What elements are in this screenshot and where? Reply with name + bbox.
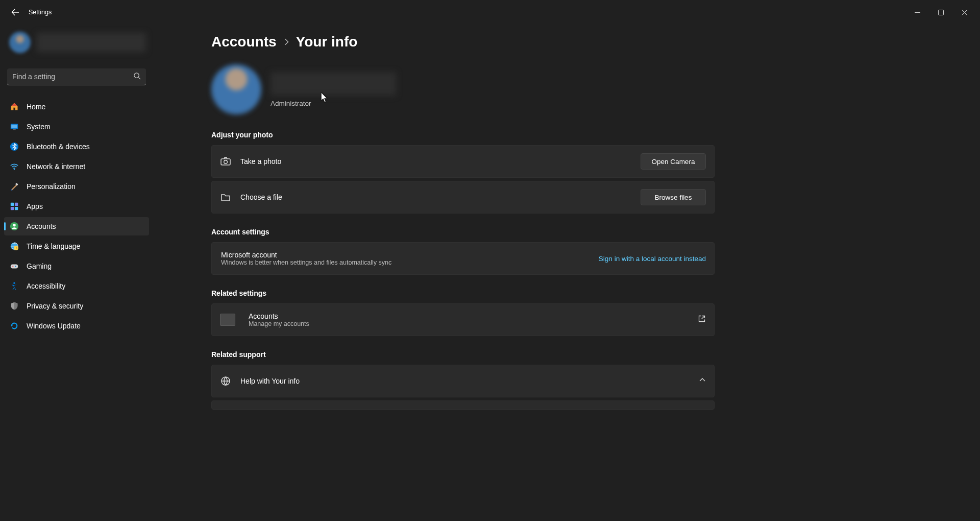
globe-help-icon <box>220 375 231 387</box>
clock-globe-icon <box>9 241 19 251</box>
svg-rect-3 <box>11 125 17 128</box>
nav-label: Accessibility <box>27 282 65 290</box>
svg-point-6 <box>14 169 15 170</box>
nav-label: Personalization <box>27 182 76 191</box>
choose-file-label: Choose a file <box>240 193 631 201</box>
close-button[interactable] <box>952 4 976 20</box>
svg-point-22 <box>224 160 228 164</box>
nav-label: Privacy & security <box>27 302 83 310</box>
breadcrumb: Accounts Your info <box>211 34 968 50</box>
nav-personalization[interactable]: Personalization <box>4 177 149 196</box>
nav-label: Apps <box>27 202 43 210</box>
browse-files-button[interactable]: Browse files <box>641 189 706 205</box>
svg-rect-0 <box>938 10 943 15</box>
nav-home[interactable]: Home <box>4 98 149 116</box>
paintbrush-icon <box>9 181 19 192</box>
nav-gaming[interactable]: Gaming <box>4 257 149 275</box>
help-title: Help with Your info <box>240 377 690 385</box>
search-icon <box>133 72 141 82</box>
nav-time[interactable]: Time & language <box>4 237 149 255</box>
nav-accessibility[interactable]: Accessibility <box>4 277 149 295</box>
main-content: Accounts Your info Administrator Adjust … <box>153 25 980 521</box>
search-input[interactable] <box>12 73 133 81</box>
take-photo-card: Take a photo Open Camera <box>211 145 715 178</box>
person-icon <box>9 221 19 231</box>
microsoft-account-title: Microsoft account <box>221 251 590 259</box>
nav-list: Home System Bluetooth & devices Network … <box>4 98 149 335</box>
nav-bluetooth[interactable]: Bluetooth & devices <box>4 137 149 156</box>
section-related-settings: Related settings <box>211 289 968 297</box>
profile-role: Administrator <box>271 100 396 107</box>
svg-point-19 <box>13 282 15 284</box>
svg-rect-4 <box>13 129 15 130</box>
profile-avatar <box>211 64 261 114</box>
gamepad-icon <box>9 261 19 271</box>
wifi-icon <box>9 161 19 172</box>
nav-label: Home <box>27 103 45 111</box>
bluetooth-icon <box>9 141 19 152</box>
camera-icon <box>220 156 231 167</box>
svg-rect-11 <box>15 207 18 210</box>
svg-rect-9 <box>15 203 18 206</box>
open-camera-button[interactable]: Open Camera <box>641 153 706 170</box>
shield-icon <box>9 301 19 311</box>
nav-system[interactable]: System <box>4 117 149 136</box>
update-icon <box>9 321 19 331</box>
open-external-icon <box>698 315 706 325</box>
microsoft-account-card: Microsoft account Windows is better when… <box>211 242 715 275</box>
related-accounts-title: Accounts <box>249 312 689 320</box>
sign-in-local-link[interactable]: Sign in with a local account instead <box>599 255 706 263</box>
nav-label: Time & language <box>27 242 80 250</box>
sidebar: Home System Bluetooth & devices Network … <box>0 25 153 521</box>
related-accounts-sub: Manage my accounts <box>249 320 689 327</box>
nav-update[interactable]: Windows Update <box>4 317 149 335</box>
accessibility-icon <box>9 281 19 291</box>
folder-icon <box>220 192 231 203</box>
maximize-button[interactable] <box>929 4 952 20</box>
section-related-support: Related support <box>211 350 968 359</box>
nav-label: Gaming <box>27 262 52 270</box>
svg-point-13 <box>13 224 15 226</box>
window-controls <box>905 4 976 20</box>
nav-label: Accounts <box>27 222 56 230</box>
title-bar: Settings <box>0 0 980 25</box>
profile-name-redacted <box>271 72 396 96</box>
profile-header: Administrator <box>211 64 968 114</box>
section-adjust-photo: Adjust your photo <box>211 131 968 139</box>
nav-label: Bluetooth & devices <box>27 143 90 151</box>
related-accounts-card[interactable]: Accounts Manage my accounts <box>211 303 715 336</box>
svg-point-18 <box>15 266 16 267</box>
window-title: Settings <box>29 9 52 16</box>
choose-file-card: Choose a file Browse files <box>211 181 715 214</box>
back-button[interactable] <box>7 4 23 20</box>
svg-rect-16 <box>11 264 18 268</box>
system-icon <box>9 122 19 132</box>
svg-rect-10 <box>11 207 14 210</box>
accounts-card-icon <box>220 314 235 326</box>
svg-point-1 <box>134 73 139 77</box>
section-account-settings: Account settings <box>211 228 968 236</box>
user-account-block[interactable] <box>4 28 149 57</box>
search-box[interactable] <box>7 68 146 85</box>
svg-point-17 <box>12 266 13 267</box>
user-name-redacted <box>37 33 146 52</box>
help-your-info-card[interactable]: Help with Your info <box>211 365 715 397</box>
apps-icon <box>9 201 19 211</box>
chevron-right-icon <box>284 38 289 48</box>
nav-label: System <box>27 123 51 131</box>
nav-apps[interactable]: Apps <box>4 197 149 216</box>
minimize-button[interactable] <box>905 4 929 20</box>
nav-label: Network & internet <box>27 162 85 171</box>
nav-label: Windows Update <box>27 322 81 330</box>
svg-rect-21 <box>221 159 230 165</box>
microsoft-account-sub: Windows is better when settings and file… <box>221 259 590 266</box>
help-expanded-placeholder <box>211 400 715 410</box>
breadcrumb-parent[interactable]: Accounts <box>211 34 277 50</box>
user-avatar-small <box>9 32 31 53</box>
chevron-up-icon <box>699 376 706 386</box>
svg-rect-8 <box>11 203 14 206</box>
breadcrumb-current: Your info <box>296 34 358 50</box>
nav-network[interactable]: Network & internet <box>4 157 149 176</box>
nav-accounts[interactable]: Accounts <box>4 217 149 235</box>
nav-privacy[interactable]: Privacy & security <box>4 297 149 315</box>
